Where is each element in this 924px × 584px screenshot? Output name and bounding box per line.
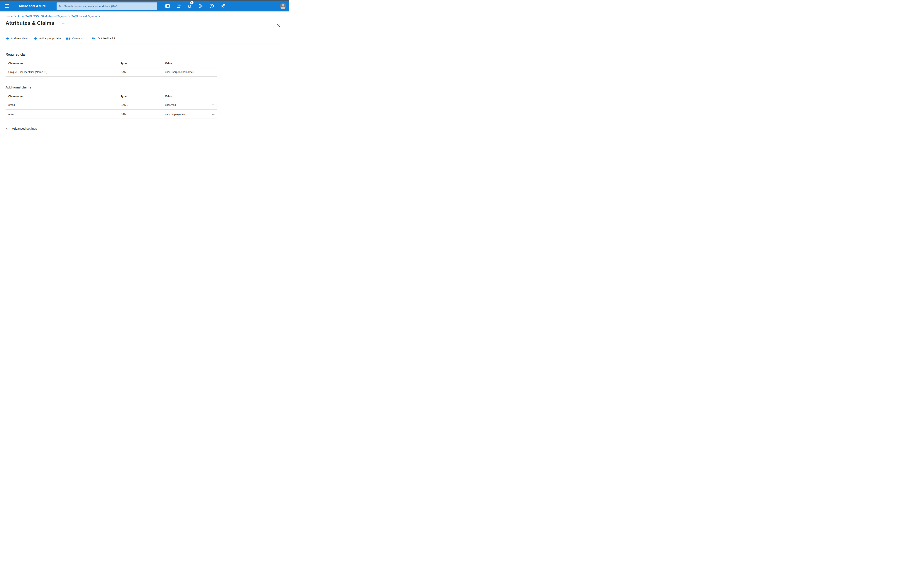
title-more-button[interactable]: ···: [62, 21, 66, 25]
plus-icon: [5, 37, 9, 40]
got-feedback-button[interactable]: Got feedback?: [91, 36, 115, 41]
topbar-icon-group: 6 ?: [162, 0, 228, 12]
account-avatar[interactable]: [280, 3, 286, 9]
table-row[interactable]: Unique User Identifier (Name ID) SAML us…: [5, 67, 217, 77]
help-button[interactable]: ?: [206, 0, 217, 12]
header-value: Value: [162, 95, 206, 98]
gear-icon: [198, 3, 203, 8]
cell-claim-name[interactable]: email: [5, 104, 118, 106]
cell-value: user.displayname: [162, 113, 206, 116]
global-search-box[interactable]: [56, 2, 157, 10]
row-more-button[interactable]: •••: [212, 113, 217, 115]
add-new-claim-button[interactable]: Add new claim: [5, 37, 28, 40]
advanced-settings-toggle[interactable]: Advanced settings: [5, 127, 283, 130]
terminal-icon: [165, 4, 170, 8]
table-row[interactable]: name SAML user.displayname •••: [5, 110, 217, 119]
header-type: Type: [118, 95, 162, 98]
cell-type: SAML: [118, 104, 162, 106]
command-bar: Add new claim Add a group claim Columns: [5, 35, 283, 41]
breadcrumb-link-app-sign-on[interactable]: Azure SAML SSO | SAML-based Sign-on: [18, 15, 66, 18]
brand-title[interactable]: Microsoft Azure: [19, 4, 46, 8]
feedback-person-icon: [91, 36, 96, 41]
add-group-claim-button[interactable]: Add a group claim: [34, 37, 61, 40]
cell-claim-name[interactable]: Unique User Identifier (Name ID): [5, 71, 118, 74]
hamburger-icon: [5, 5, 9, 5]
required-claim-heading: Required claim: [5, 52, 283, 57]
avatar-silhouette-icon: [280, 3, 286, 9]
additional-claims-table: Claim name Type Value email SAML user.ma…: [5, 92, 217, 119]
filter-icon: [176, 4, 181, 8]
feedback-person-icon: [221, 4, 225, 8]
breadcrumb: Home > Azure SAML SSO | SAML-based Sign-…: [5, 15, 283, 18]
blade-content: Home > Azure SAML SSO | SAML-based Sign-…: [0, 15, 289, 130]
breadcrumb-separator: >: [68, 15, 70, 18]
cell-value: user.userprincipalname [...: [162, 71, 206, 74]
help-icon: ?: [210, 4, 214, 8]
table-header-row: Claim name Type Value: [5, 59, 217, 67]
row-more-button[interactable]: •••: [212, 104, 217, 106]
row-more-button[interactable]: •••: [212, 71, 217, 73]
breadcrumb-separator: >: [15, 15, 16, 18]
table-header-row: Claim name Type Value: [5, 92, 217, 100]
cell-value: user.mail: [162, 104, 206, 106]
settings-button[interactable]: [195, 0, 206, 12]
header-value: Value: [162, 62, 206, 65]
table-row[interactable]: email SAML user.mail •••: [5, 100, 217, 110]
svg-text:?: ?: [211, 5, 213, 7]
close-icon: [277, 24, 281, 28]
additional-claims-heading: Additional claims: [5, 85, 283, 90]
advanced-settings-label: Advanced settings: [12, 127, 37, 130]
search-input[interactable]: [64, 5, 155, 8]
close-blade-button[interactable]: [277, 24, 281, 28]
chevron-down-icon: [5, 128, 9, 130]
header-type: Type: [118, 62, 162, 65]
hamburger-menu-button[interactable]: [2, 0, 11, 12]
header-claim-name: Claim name: [5, 95, 118, 98]
breadcrumb-separator: >: [98, 15, 100, 18]
page-title: Attributes & Claims: [5, 20, 54, 26]
title-row: Attributes & Claims ···: [5, 20, 283, 26]
azure-top-bar: Microsoft Azure: [0, 0, 289, 12]
cell-claim-name[interactable]: name: [5, 113, 118, 116]
search-icon: [59, 5, 62, 8]
breadcrumb-link-home[interactable]: Home: [5, 15, 13, 18]
header-claim-name: Claim name: [5, 62, 118, 65]
cell-type: SAML: [118, 113, 162, 116]
columns-button[interactable]: Columns: [66, 37, 82, 40]
columns-icon: [66, 37, 70, 40]
directory-filter-button[interactable]: [173, 0, 184, 12]
cloud-shell-button[interactable]: [162, 0, 173, 12]
feedback-button[interactable]: [217, 0, 228, 12]
required-claim-table: Claim name Type Value Unique User Identi…: [5, 59, 217, 77]
breadcrumb-link-saml-sign-on[interactable]: SAML-based Sign-on: [71, 15, 97, 18]
notifications-button[interactable]: 6: [184, 0, 195, 12]
notification-badge: 6: [190, 1, 193, 5]
plus-icon: [34, 37, 37, 40]
cell-type: SAML: [118, 71, 162, 74]
